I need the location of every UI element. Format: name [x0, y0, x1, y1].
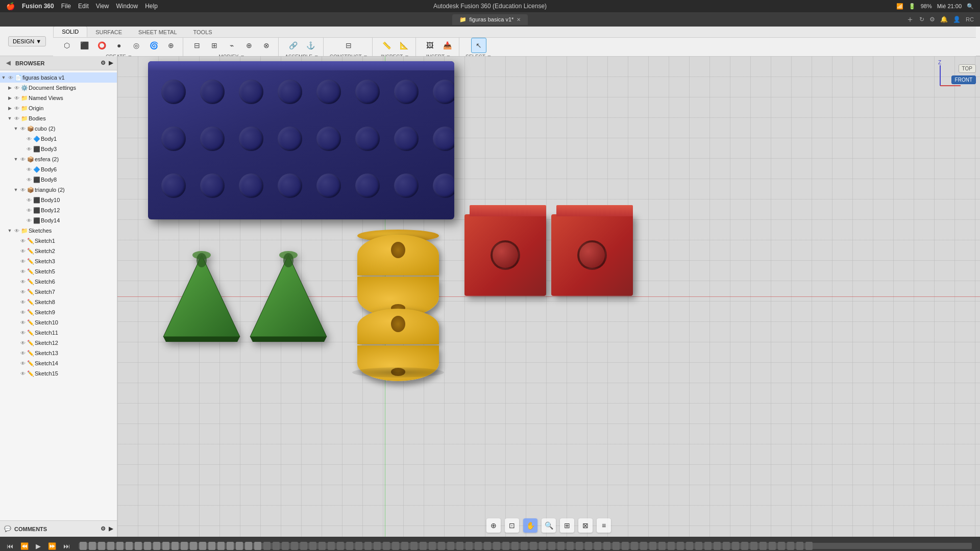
- menu-file[interactable]: File: [61, 3, 71, 10]
- timeline-step[interactable]: [796, 542, 803, 550]
- timeline-step[interactable]: [567, 542, 574, 550]
- tree-eye[interactable]: 👁: [26, 146, 33, 152]
- create-btn-7[interactable]: ⊕: [163, 38, 179, 53]
- app-name[interactable]: Fusion 360: [22, 3, 54, 10]
- timeline-step[interactable]: [355, 542, 362, 550]
- timeline-step[interactable]: [557, 542, 565, 550]
- timeline-step[interactable]: [410, 542, 418, 550]
- triangle-body1[interactable]: [158, 250, 245, 348]
- tree-item-sketch2[interactable]: 👁 ✏️ Sketch2: [0, 246, 117, 256]
- timeline-step[interactable]: [364, 542, 372, 550]
- tree-eye[interactable]: 👁: [19, 350, 27, 356]
- view-label-front[interactable]: FRONT: [951, 76, 976, 84]
- timeline-step[interactable]: [484, 542, 491, 550]
- timeline-step[interactable]: [539, 542, 546, 550]
- create-btn-3[interactable]: ⭕: [94, 38, 109, 53]
- menu-edit[interactable]: Edit: [78, 3, 89, 10]
- zoom-ctrl[interactable]: 🔍: [542, 518, 556, 533]
- timeline-step[interactable]: [401, 542, 408, 550]
- timeline-step[interactable]: [263, 542, 271, 550]
- timeline-step[interactable]: [172, 542, 179, 550]
- browser-collapse-icon[interactable]: ◀: [4, 59, 12, 67]
- timeline-next[interactable]: ⏩: [45, 541, 59, 551]
- tree-eye[interactable]: 👁: [19, 299, 27, 305]
- tab-surface[interactable]: SURFACE: [87, 27, 130, 37]
- timeline-step[interactable]: [309, 542, 316, 550]
- inspect-btn-1[interactable]: 📏: [379, 38, 394, 53]
- tree-item-figuras-basica-v1[interactable]: ▼ 👁 📄 figuras basica v1: [0, 72, 117, 83]
- timeline-step[interactable]: [318, 542, 326, 550]
- construct-btn-1[interactable]: ⊟: [341, 38, 356, 53]
- timeline-step[interactable]: [89, 542, 96, 550]
- modify-btn-2[interactable]: ⊞: [207, 38, 222, 53]
- tree-item-body1[interactable]: 👁 🔷 Body1: [0, 134, 117, 144]
- tree-item-body12[interactable]: 👁 ⬛ Body12: [0, 205, 117, 215]
- create-btn-5[interactable]: ◎: [129, 38, 144, 53]
- timeline-step[interactable]: [677, 542, 684, 550]
- timeline-step[interactable]: [273, 542, 280, 550]
- tree-eye[interactable]: 👁: [26, 136, 33, 142]
- select-btn-1[interactable]: ↖: [471, 38, 486, 53]
- tree-eye[interactable]: 👁: [26, 208, 33, 213]
- tree-item-sketch10[interactable]: 👁 ✏️ Sketch10: [0, 317, 117, 328]
- timeline-step[interactable]: [208, 542, 215, 550]
- timeline-step[interactable]: [732, 542, 739, 550]
- timeline-step[interactable]: [337, 542, 344, 550]
- timeline-step[interactable]: [135, 542, 142, 550]
- timeline-step[interactable]: [162, 542, 169, 550]
- inspect-btn-2[interactable]: 📐: [396, 38, 411, 53]
- sphere-bodies[interactable]: [347, 230, 449, 383]
- timeline-step[interactable]: [502, 542, 509, 550]
- timeline-step[interactable]: [447, 542, 454, 550]
- create-btn-1[interactable]: ⬡: [59, 38, 75, 53]
- tree-item-sketch3[interactable]: 👁 ✏️ Sketch3: [0, 256, 117, 266]
- timeline-step[interactable]: [346, 542, 353, 550]
- tree-item-sketch13[interactable]: 👁 ✏️ Sketch13: [0, 348, 117, 358]
- tree-item-body6[interactable]: 👁 🔷 Body6: [0, 164, 117, 174]
- tree-item-document-settings[interactable]: ▶ 👁 ⚙️ Document Settings: [0, 83, 117, 93]
- design-dropdown[interactable]: DESIGN ▼: [8, 36, 46, 46]
- timeline-step[interactable]: [217, 542, 225, 550]
- tree-eye[interactable]: 👁: [19, 259, 27, 264]
- tab-sheet-metal[interactable]: SHEET METAL: [130, 27, 185, 37]
- timeline-step[interactable]: [181, 542, 188, 550]
- timeline-step[interactable]: [199, 542, 206, 550]
- timeline-step[interactable]: [300, 542, 307, 550]
- timeline-step[interactable]: [548, 542, 555, 550]
- tab-tools[interactable]: TOOLS: [185, 27, 220, 37]
- timeline-step[interactable]: [695, 542, 702, 550]
- timeline-step[interactable]: [493, 542, 500, 550]
- timeline-step[interactable]: [723, 542, 730, 550]
- tree-item-sketch7[interactable]: 👁 ✏️ Sketch7: [0, 287, 117, 297]
- document-tab[interactable]: 📁 figuras basica v1* ✕: [452, 14, 528, 25]
- tree-item-sketch8[interactable]: 👁 ✏️ Sketch8: [0, 297, 117, 307]
- timeline-step[interactable]: [420, 542, 427, 550]
- tree-item-origin[interactable]: ▶ 👁 📁 Origin: [0, 103, 117, 113]
- tree-item-sketch9[interactable]: 👁 ✏️ Sketch9: [0, 307, 117, 317]
- timeline-step[interactable]: [521, 542, 528, 550]
- timeline-step[interactable]: [741, 542, 748, 550]
- tree-eye[interactable]: 👁: [7, 75, 14, 81]
- tree-item-sketch1[interactable]: 👁 ✏️ Sketch1: [0, 236, 117, 246]
- view-label-top[interactable]: TOP: [959, 64, 976, 73]
- tree-item-cubo-(2)[interactable]: ▼ 👁 📦 cubo (2): [0, 123, 117, 134]
- tree-item-sketch6[interactable]: 👁 ✏️ Sketch6: [0, 277, 117, 287]
- timeline-step[interactable]: [511, 542, 519, 550]
- timeline-prev[interactable]: ⏪: [18, 541, 31, 551]
- timeline-step[interactable]: [649, 542, 656, 550]
- tree-eye[interactable]: 👁: [13, 85, 20, 91]
- timeline-step[interactable]: [116, 542, 124, 550]
- tree-item-esfera-(2)[interactable]: ▼ 👁 📦 esfera (2): [0, 154, 117, 164]
- notifications-icon[interactable]: 🔔: [940, 16, 948, 23]
- orbit-ctrl[interactable]: ⊡: [505, 518, 519, 533]
- tree-eye[interactable]: 👁: [26, 197, 33, 203]
- menu-window[interactable]: Window: [116, 3, 138, 10]
- tree-eye[interactable]: 👁: [26, 167, 33, 172]
- timeline-step[interactable]: [576, 542, 583, 550]
- timeline-step[interactable]: [254, 542, 261, 550]
- timeline-step[interactable]: [429, 542, 436, 550]
- tree-eye[interactable]: 👁: [19, 248, 27, 254]
- pan-ctrl[interactable]: ✋: [523, 518, 537, 533]
- settings-icon[interactable]: ⚙: [929, 16, 935, 23]
- timeline-step[interactable]: [328, 542, 335, 550]
